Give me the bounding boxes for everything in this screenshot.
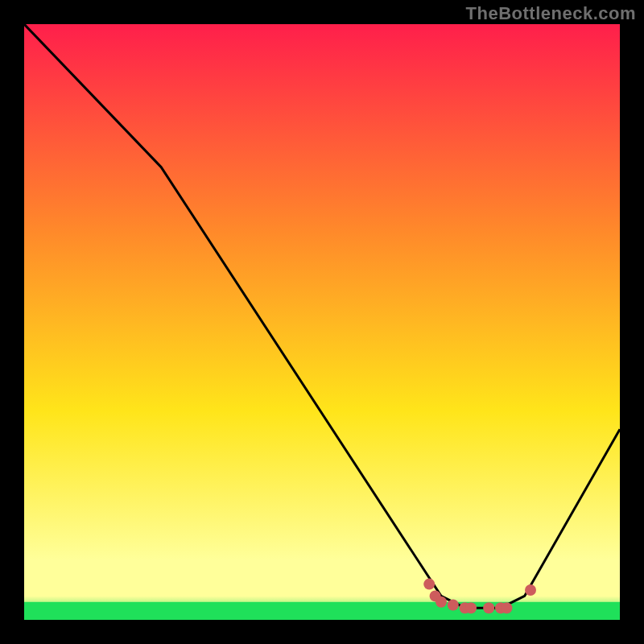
highlight-marker <box>465 602 477 613</box>
watermark-text: TheBottleneck.com <box>466 3 636 24</box>
highlight-marker <box>501 602 512 613</box>
chart-frame: TheBottleneck.com <box>0 0 644 644</box>
chart-background <box>24 24 620 620</box>
highlight-marker <box>525 584 536 596</box>
baseline-band <box>24 602 620 620</box>
highlight-marker <box>448 600 459 611</box>
highlight-marker <box>483 602 494 613</box>
plot-area <box>24 24 620 620</box>
highlight-marker <box>423 579 435 590</box>
highlight-marker <box>436 597 447 608</box>
chart-svg <box>24 24 620 620</box>
